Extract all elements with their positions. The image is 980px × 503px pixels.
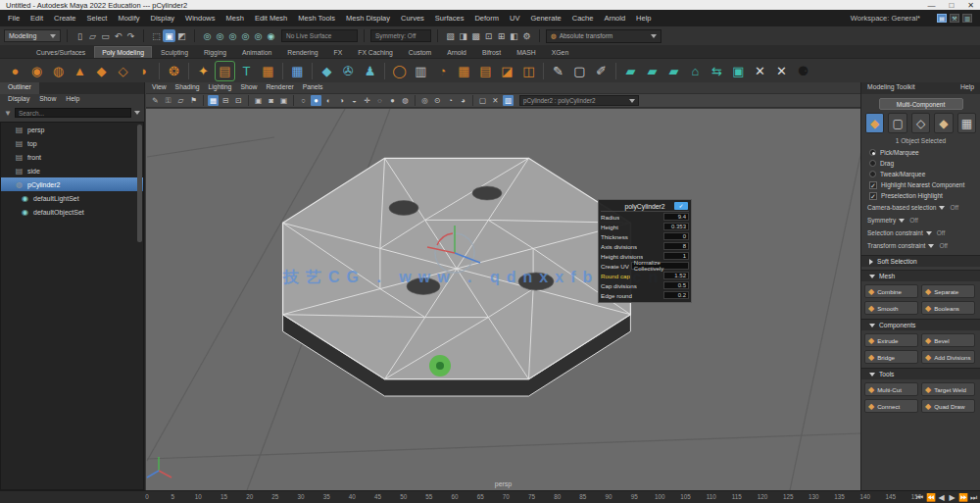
relax-icon[interactable]: ▰: [643, 62, 662, 80]
attribute-value-field[interactable]: 1.52: [663, 272, 689, 279]
ink-blob-icon[interactable]: ⚈: [794, 62, 812, 80]
film-gate-icon[interactable]: ▣: [253, 95, 264, 106]
section-header-tools[interactable]: Tools: [861, 368, 980, 379]
toolkit-help-menu[interactable]: Help: [960, 83, 974, 93]
snap-view-plane-icon[interactable]: ◎: [252, 29, 265, 42]
outliner-menu-help[interactable]: Help: [66, 95, 79, 105]
section-header-components[interactable]: Components: [861, 319, 980, 330]
button-bevel[interactable]: ◆Bevel: [921, 333, 975, 347]
type-tool-icon[interactable]: T: [237, 62, 256, 80]
offset-edge-loop-icon[interactable]: ✐: [592, 62, 611, 80]
shelf-tab-sculpting[interactable]: Sculpting: [154, 47, 195, 58]
menu-set-dropdown[interactable]: Modeling: [4, 29, 61, 42]
poly-torus-icon[interactable]: ◉: [27, 62, 46, 80]
xray-icon[interactable]: ◍: [400, 95, 411, 106]
smooth-tool-icon[interactable]: ✇: [339, 62, 358, 80]
shelf-tab-fx[interactable]: FX: [327, 47, 350, 58]
insert-edge-loop-icon[interactable]: ▢: [570, 62, 589, 80]
snap-point-icon[interactable]: ◎: [226, 29, 239, 42]
vertex-mode-icon[interactable]: ▢: [888, 113, 906, 133]
node-selector-field[interactable]: pCylinder2 : polyCylinder2: [519, 95, 639, 106]
select-hierarchy-icon[interactable]: ⬚: [150, 29, 163, 42]
shelf-tab-animation[interactable]: Animation: [235, 47, 278, 58]
shelf-tab-custom[interactable]: Custom: [402, 47, 438, 58]
outliner-item-pCylinder2[interactable]: ◍pCylinder2: [1, 177, 143, 191]
menu-modify[interactable]: Modify: [118, 14, 139, 23]
timeline-tick[interactable]: 70: [503, 493, 510, 500]
viewport-canvas[interactable]: 技艺CG . www . qdnxxfb . cn persp polyCyli…: [146, 109, 860, 490]
step-forward-icon[interactable]: ⏩: [958, 493, 967, 502]
node-enabled-checkbox[interactable]: ✓: [674, 202, 688, 210]
edge-mode-icon[interactable]: ◇: [911, 113, 930, 133]
select-camera-icon[interactable]: ✎: [150, 95, 161, 106]
button-extrude[interactable]: ◆Extrude: [864, 333, 918, 347]
render-settings-icon[interactable]: ⊞: [495, 29, 508, 42]
menu-edit-mesh[interactable]: Edit Mesh: [255, 14, 287, 23]
dropdown-camera-based-selection[interactable]: Camera-based selectionOff: [861, 201, 980, 214]
lights-icon[interactable]: ◑: [336, 95, 347, 106]
shelf-tab-mash[interactable]: MASH: [510, 47, 543, 58]
play-forward-icon[interactable]: ▶: [948, 493, 956, 502]
menu-select[interactable]: Select: [87, 14, 108, 23]
open-scene-icon[interactable]: ▱: [86, 29, 99, 42]
image-plane-icon[interactable]: ▦: [208, 95, 219, 106]
timeline-tick[interactable]: 60: [451, 493, 458, 500]
boolean-icon[interactable]: ◯: [390, 62, 409, 80]
dropdown-symmetry[interactable]: SymmetryOff: [861, 214, 980, 226]
render-current-frame-icon[interactable]: ▩: [469, 29, 482, 42]
menu-deform[interactable]: Deform: [474, 14, 499, 23]
time-slider[interactable]: 0510152025303540455055606570758085909510…: [0, 490, 980, 503]
redo-icon[interactable]: ↷: [124, 29, 137, 42]
filter-icon[interactable]: ▼: [4, 109, 12, 118]
shelf-tab-curves-surfaces[interactable]: Curves/Surfaces: [29, 47, 92, 58]
extract-icon[interactable]: ▦: [455, 62, 473, 80]
button-target-weld[interactable]: ◆Target Weld: [921, 382, 975, 396]
attribute-value-field[interactable]: Normalize Collectively: [631, 262, 689, 270]
timeline-tick[interactable]: 55: [425, 493, 432, 500]
button-multi-cut[interactable]: ◆Multi-Cut: [864, 382, 918, 396]
selected-vertex-handle[interactable]: [429, 355, 451, 377]
outliner-item-side[interactable]: ▤side: [1, 164, 143, 177]
shadows-icon[interactable]: ◒: [349, 95, 360, 106]
attribute-value-field[interactable]: 1: [663, 252, 689, 260]
menu-create[interactable]: Create: [54, 14, 76, 23]
multi-cut-icon[interactable]: ✎: [549, 62, 567, 80]
timeline-tick[interactable]: 80: [554, 493, 561, 500]
gate-mask-icon[interactable]: ▣: [278, 95, 289, 106]
make-live-icon[interactable]: ◉: [265, 29, 277, 42]
snap-grid-icon[interactable]: ◎: [201, 29, 214, 42]
viewport-menu-lighting[interactable]: Lighting: [209, 83, 232, 92]
attribute-editor-toggle[interactable]: ▤: [937, 14, 947, 23]
button-add-divisions[interactable]: ◆Add Divisions: [921, 350, 975, 364]
section-header-mesh[interactable]: Mesh: [861, 270, 980, 281]
grease-pencil-icon[interactable]: ⊡: [233, 95, 244, 106]
dropdown-transform-constraint[interactable]: Transform constraintOff: [861, 239, 980, 252]
go-to-start-icon[interactable]: ⏮: [915, 493, 924, 503]
symmetry-field[interactable]: Symmetry: Off: [370, 29, 431, 42]
viewport-menu-renderer[interactable]: Renderer: [266, 83, 293, 92]
attribute-value-field[interactable]: 0.2: [663, 291, 689, 299]
delete-non-deformer-icon[interactable]: ✕: [772, 62, 791, 80]
workspace-selector[interactable]: Workspace: General*: [851, 14, 920, 23]
chevron-down-icon[interactable]: [134, 111, 140, 115]
button-separate[interactable]: ◆Separate: [921, 284, 975, 298]
gamma-icon[interactable]: ◕: [458, 95, 468, 106]
attribute-value-field[interactable]: 9.4: [663, 213, 689, 221]
bridge-icon[interactable]: ◪: [498, 62, 516, 80]
attribute-value-field[interactable]: 8: [663, 242, 689, 250]
channel-box-toggle[interactable]: ▥: [962, 14, 972, 23]
minimize-button[interactable]: —: [927, 1, 935, 10]
menu-curves[interactable]: Curves: [401, 14, 424, 23]
timeline-tick[interactable]: 130: [808, 493, 819, 500]
outliner-item-top[interactable]: ▤top: [1, 136, 143, 150]
section-header-soft-selection[interactable]: Soft Selection: [861, 255, 980, 267]
dropdown-selection-constraint[interactable]: Selection constraintOff: [861, 226, 980, 239]
menu-cache[interactable]: Cache: [572, 14, 594, 23]
timeline-tick[interactable]: 125: [783, 493, 794, 500]
timeline-tick[interactable]: 85: [579, 493, 586, 500]
button-connect[interactable]: ◆Connect: [864, 399, 918, 413]
select-object-icon[interactable]: ▣: [163, 29, 175, 42]
multi-component-button[interactable]: Multi-Component: [879, 98, 963, 110]
motion-blur-icon[interactable]: ◌: [374, 95, 385, 106]
menu-display[interactable]: Display: [151, 14, 175, 23]
